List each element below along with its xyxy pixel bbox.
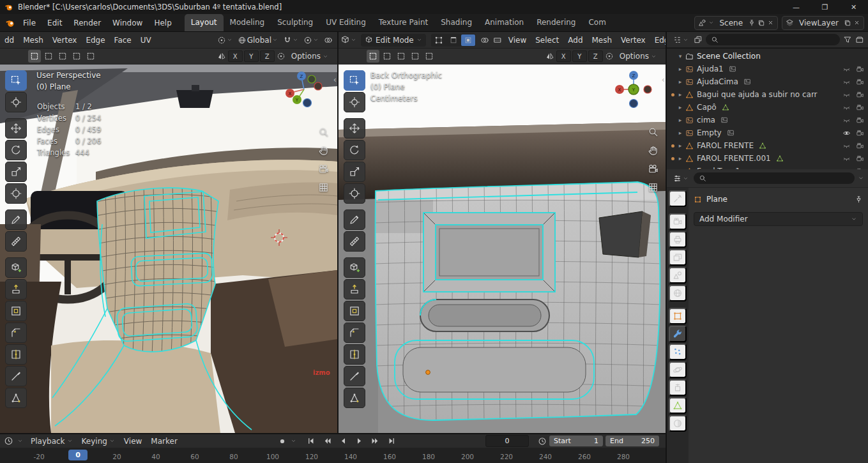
left-menu-vertex[interactable]: Vertex	[48, 34, 82, 47]
expand-arrow[interactable]: ▾	[677, 53, 683, 59]
outliner-item-cima[interactable]: ▸cima	[667, 114, 868, 126]
properties-tab-physics[interactable]	[669, 361, 687, 378]
select-mode-intersect[interactable]	[423, 50, 436, 63]
tool-inset[interactable]	[5, 301, 27, 321]
tool-measure[interactable]	[344, 231, 365, 252]
tool-loop-cut[interactable]	[5, 344, 27, 365]
use-preview-range-icon[interactable]	[538, 437, 547, 446]
disable-render-camera-icon[interactable]	[856, 103, 864, 112]
ortho-grid-icon[interactable]	[648, 182, 659, 193]
tool-scale[interactable]	[5, 162, 27, 182]
filter-dropdown-icon[interactable]	[858, 175, 864, 181]
select-mode-subtract[interactable]	[56, 50, 69, 63]
zoom-icon[interactable]	[318, 126, 329, 137]
tool-annotate[interactable]	[5, 209, 27, 230]
tab-compositing[interactable]: Compositing	[582, 14, 605, 31]
play-reverse-button[interactable]	[336, 436, 351, 447]
tool-transform[interactable]	[5, 183, 27, 204]
zoom-icon[interactable]	[648, 126, 659, 137]
outliner-item-farol-frente-001[interactable]: ▸FAROL FRENTE.001	[667, 152, 868, 165]
tool-inset[interactable]	[344, 301, 365, 321]
sidebar-collapse-arrow[interactable]: ‹	[662, 75, 665, 84]
editor-type-dropdown[interactable]	[339, 35, 358, 45]
record-options-icon[interactable]	[291, 438, 296, 444]
tab-shading[interactable]: Shading	[434, 14, 478, 31]
properties-tab-scene[interactable]	[669, 267, 687, 284]
outliner-item-ajuda1[interactable]: ▸Ajuda1	[667, 63, 868, 75]
disable-render-camera-icon[interactable]	[856, 116, 864, 125]
tab-sculpting[interactable]: Sculpting	[271, 14, 319, 31]
camera-view-icon[interactable]	[648, 163, 659, 174]
properties-tab-render[interactable]	[669, 213, 687, 230]
mirror-axis-x[interactable]: X	[228, 50, 243, 62]
right-options-button[interactable]: Options	[616, 50, 660, 62]
face-select-button[interactable]	[461, 34, 475, 46]
properties-editor-dropdown[interactable]	[671, 174, 690, 183]
select-mode-extend[interactable]	[381, 50, 393, 63]
tool-add-cube[interactable]	[344, 257, 365, 278]
tool-bevel[interactable]	[5, 323, 27, 343]
properties-tab-tool[interactable]	[669, 190, 687, 207]
disable-render-camera-icon[interactable]	[856, 155, 864, 163]
viewport-right[interactable]: Back Orthographic (0) Plane Centimeters …	[339, 65, 666, 433]
playhead[interactable]: 0	[68, 450, 88, 460]
menu-edit[interactable]: Edit	[42, 16, 67, 30]
next-keyframe-button[interactable]	[368, 436, 383, 447]
snap-base-icon[interactable]	[605, 52, 614, 61]
left-menu-dd[interactable]: dd	[0, 34, 19, 47]
tool-poly-build[interactable]	[344, 388, 365, 408]
tool-extrude[interactable]	[5, 279, 27, 300]
left-menu-edge[interactable]: Edge	[81, 34, 109, 47]
outliner-search[interactable]	[706, 34, 840, 45]
tab-modeling[interactable]: Modeling	[224, 14, 271, 31]
eye-closed-icon[interactable]	[842, 103, 851, 112]
navigation-gizmo[interactable]: Z X Y	[284, 70, 324, 109]
select-mode-new[interactable]	[367, 50, 379, 63]
mirror-icon[interactable]	[545, 52, 554, 61]
tool-knife[interactable]	[344, 366, 365, 386]
navigation-gizmo[interactable]: Z X Y	[614, 70, 653, 109]
tab-texture-paint[interactable]: Texture Paint	[372, 14, 434, 31]
right-menu-edge[interactable]: Edge	[650, 34, 666, 47]
tool-measure[interactable]	[5, 231, 27, 252]
maximize-button[interactable]: ❐	[811, 0, 839, 14]
right-menu-mesh[interactable]: Mesh	[588, 34, 617, 47]
disable-render-camera-icon[interactable]	[856, 142, 864, 150]
menu-help[interactable]: Help	[149, 16, 176, 30]
outliner-item-ajudacima[interactable]: ▸AjudaCima	[667, 75, 868, 88]
end-frame-field[interactable]: End250	[605, 436, 659, 446]
edge-select-button[interactable]	[446, 34, 461, 46]
viewport-left[interactable]: User Perspective (0) Plane Objects1 / 2V…	[0, 65, 337, 433]
tool-rotate[interactable]	[5, 140, 27, 160]
properties-tab-world[interactable]	[669, 285, 687, 301]
new-collection-icon[interactable]	[855, 35, 864, 44]
xray-toggle[interactable]	[491, 36, 504, 45]
tool-cursor[interactable]	[344, 92, 365, 112]
snap-base-icon[interactable]	[277, 52, 286, 61]
remove-viewlayer-icon[interactable]	[853, 19, 860, 26]
tool-select-box[interactable]	[5, 70, 27, 91]
expand-arrow[interactable]: ▸	[677, 91, 683, 98]
mode-dropdown[interactable]: Edit Mode	[361, 34, 426, 47]
properties-tab-constraints[interactable]	[669, 379, 687, 396]
menu-file[interactable]: File	[18, 16, 41, 30]
eye-closed-icon[interactable]	[842, 142, 851, 150]
tool-transform[interactable]	[344, 183, 365, 204]
mirror-axis-z[interactable]: Z	[588, 50, 603, 62]
display-mode-icon[interactable]	[694, 35, 703, 44]
eye-closed-icon[interactable]	[842, 91, 851, 99]
menu-render[interactable]: Render	[68, 16, 106, 30]
properties-search-input[interactable]	[710, 174, 849, 183]
tool-annotate[interactable]	[344, 209, 365, 230]
scene-selector[interactable]: Scene	[694, 16, 778, 30]
viewlayer-selector[interactable]: ViewLayer	[782, 16, 864, 30]
select-mode-subtract[interactable]	[395, 50, 407, 63]
tab-rendering[interactable]: Rendering	[530, 14, 582, 31]
menu-window[interactable]: Window	[107, 16, 148, 30]
eye-closed-icon[interactable]	[842, 65, 851, 73]
properties-tab-view-layer[interactable]	[669, 249, 687, 266]
tool-scale[interactable]	[344, 162, 365, 182]
properties-tab-particles[interactable]	[669, 344, 687, 360]
select-mode-extend[interactable]	[42, 50, 55, 63]
eye-closed-icon[interactable]	[842, 155, 851, 163]
